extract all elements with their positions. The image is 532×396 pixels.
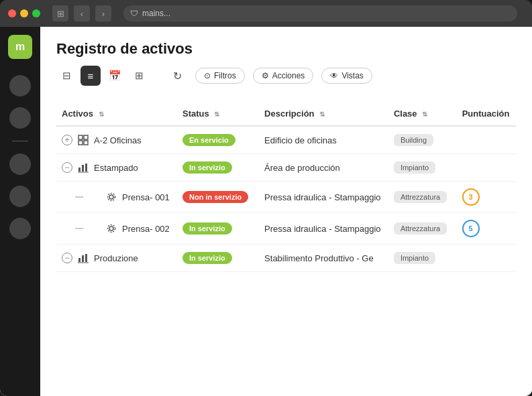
svg-rect-4 <box>78 168 81 172</box>
asset-name-text: A-2 Oficinas <box>94 135 142 145</box>
sidebar-nav-item-2[interactable] <box>9 107 31 129</box>
asset-name-cell-2: Prensa- 001 <box>56 182 177 213</box>
status-badge: In servizio <box>182 161 232 174</box>
traffic-lights <box>8 9 40 17</box>
refresh-button[interactable]: ↻ <box>167 66 187 86</box>
svg-rect-6 <box>85 163 87 172</box>
asset-name-cell-0: +A-2 Oficinas <box>56 126 177 154</box>
sidebar-nav-item-4[interactable] <box>9 186 31 207</box>
sort-status-icon: ⇅ <box>214 111 219 118</box>
forward-icon[interactable]: › <box>95 5 111 21</box>
collapse-icon[interactable]: − <box>62 162 72 173</box>
col-header-clase[interactable]: Clase ⇅ <box>388 102 457 126</box>
browser-window: ⊞ ‹ › 🛡 mains... m Registro de activos <box>0 0 532 396</box>
collapse-icon[interactable]: − <box>62 253 72 263</box>
svg-rect-1 <box>84 135 88 139</box>
browser-titlebar: ⊞ ‹ › 🛡 mains... <box>0 0 532 27</box>
filtros-label: Filtros <box>214 71 236 80</box>
status-badge: Non in servizio <box>182 191 248 203</box>
asset-type-icon <box>105 190 118 204</box>
sidebar-nav-item-1[interactable] <box>9 75 31 96</box>
table-body: +A-2 OficinasEn servicioEdificio de ofic… <box>56 126 516 272</box>
svg-rect-5 <box>82 165 84 172</box>
clase-cell-3: Attrezzatura <box>388 213 457 245</box>
table-header-row: Activos ⇅ Status ⇅ Descripción ⇅ <box>56 102 516 126</box>
maximize-button[interactable] <box>32 9 40 17</box>
svg-point-10 <box>109 226 113 230</box>
col-header-activos[interactable]: Activos ⇅ <box>56 102 177 126</box>
asset-name-cell-3: Prensa- 002 <box>56 213 177 245</box>
table-row: −ProduzioneIn servizioStabilimento Produ… <box>56 245 516 272</box>
status-cell-1: In servizio <box>177 154 259 182</box>
sidebar-toggle-icon[interactable]: ⊞ <box>52 5 68 21</box>
close-button[interactable] <box>8 9 16 17</box>
clase-cell-2: Attrezzatura <box>388 182 457 213</box>
asset-type-icon <box>105 222 118 235</box>
filtros-button[interactable]: ⊙ Filtros <box>195 68 245 84</box>
toolbar: ⊟ ≡ 📅 ⊞ ↻ ⊙ Filtros ⚙ Acciones 👁 <box>56 66 516 94</box>
main-content: Registro de activos ⊟ ≡ 📅 ⊞ ↻ ⊙ Filtros … <box>40 27 532 396</box>
description-cell-4: Stabilimento Produttivo - Ge <box>259 245 388 272</box>
asset-type-icon <box>76 161 90 174</box>
svg-rect-0 <box>78 135 83 139</box>
asset-name-text: Prensa- 002 <box>122 224 170 234</box>
sidebar-nav-item-3[interactable] <box>9 153 31 175</box>
browser-content: m Registro de activos ⊟ ≡ 📅 ⊞ ↻ <box>0 27 532 396</box>
status-cell-3: In servizio <box>177 213 259 245</box>
toolbar-separator <box>156 69 156 82</box>
svg-rect-2 <box>78 141 83 145</box>
expand-icon[interactable]: + <box>62 135 72 145</box>
asset-name-text: Estampado <box>94 163 138 173</box>
clase-cell-1: Impianto <box>388 154 457 182</box>
svg-point-8 <box>109 195 113 199</box>
status-badge: In servizio <box>182 222 232 235</box>
svg-point-11 <box>108 225 115 233</box>
status-cell-0: En servicio <box>177 126 259 154</box>
table-row: Prensa- 002In servizioPressa idraulica -… <box>56 213 516 245</box>
address-bar[interactable]: 🛡 mains... <box>123 5 517 21</box>
vistas-label: Vistas <box>341 71 363 80</box>
score-badge: 3 <box>462 188 480 206</box>
shield-icon: 🛡 <box>130 9 138 18</box>
score-badge: 5 <box>462 220 480 237</box>
col-header-status[interactable]: Status ⇅ <box>177 102 259 126</box>
acciones-button[interactable]: ⚙ Acciones <box>253 68 314 84</box>
assets-table-container: Activos ⇅ Status ⇅ Descripción ⇅ <box>40 102 532 396</box>
description-cell-2: Pressa idraulica - Stampaggio <box>259 182 388 213</box>
status-cell-4: In servizio <box>177 245 259 272</box>
view-calendar-button[interactable]: 📅 <box>105 66 125 86</box>
col-header-descripcion[interactable]: Descripción ⇅ <box>259 102 388 126</box>
sort-activos-icon: ⇅ <box>99 111 104 118</box>
class-badge: Building <box>394 134 433 146</box>
class-badge: Impianto <box>394 161 435 174</box>
view-board-button[interactable]: ⊞ <box>129 66 149 86</box>
table-row: +A-2 OficinasEn servicioEdificio de ofic… <box>56 126 516 154</box>
sidebar-divider <box>12 141 28 141</box>
back-icon[interactable]: ‹ <box>74 5 90 21</box>
minimize-button[interactable] <box>20 9 28 17</box>
page-header: Registro de activos ⊟ ≡ 📅 ⊞ ↻ ⊙ Filtros … <box>40 27 532 102</box>
vistas-button[interactable]: 👁 Vistas <box>321 68 372 84</box>
assets-table: Activos ⇅ Status ⇅ Descripción ⇅ <box>56 102 516 272</box>
col-header-puntuacion[interactable]: Puntuación <box>457 102 516 126</box>
vistas-icon: 👁 <box>330 71 338 80</box>
score-cell-0 <box>457 126 516 154</box>
asset-type-icon <box>76 133 90 147</box>
sidebar-nav-item-5[interactable] <box>9 218 31 239</box>
clase-cell-0: Building <box>388 126 457 154</box>
score-cell-2: 3 <box>457 182 516 213</box>
description-cell-3: Pressa idraulica - Stampaggio <box>259 213 388 245</box>
table-row: Prensa- 001Non in servizioPressa idrauli… <box>56 182 516 213</box>
view-table-button[interactable]: ⊟ <box>56 66 76 86</box>
tree-line-icon <box>75 196 83 198</box>
asset-name-cell-1: −Estampado <box>56 154 177 182</box>
score-cell-1 <box>457 154 516 182</box>
browser-controls: ⊞ ‹ › <box>52 5 111 21</box>
status-badge: En servicio <box>182 134 235 146</box>
app-logo[interactable]: m <box>8 35 32 59</box>
table-header: Activos ⇅ Status ⇅ Descripción ⇅ <box>56 102 516 126</box>
score-cell-4 <box>457 245 516 272</box>
view-list-button[interactable]: ≡ <box>81 66 101 86</box>
class-badge: Attrezzatura <box>394 191 447 203</box>
description-cell-1: Área de producción <box>259 154 388 182</box>
